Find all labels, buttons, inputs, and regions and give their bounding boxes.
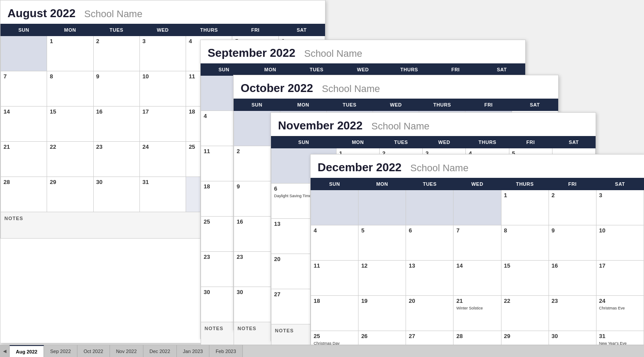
table-row: 3 [139,36,186,71]
aug-col-sun: SUN [1,24,47,36]
table-row: 7 [454,225,501,261]
table-row: 3 [596,190,644,225]
nov-col-mon: MON [336,136,379,148]
table-row: 13 [406,261,454,296]
sep-col-wed: WED [340,64,386,76]
table-row: 24Christmas Eve [596,296,644,331]
table-row: 22 [47,142,93,177]
nov-col-wed: WED [423,136,466,148]
november-title: November 2022 [278,119,362,132]
tab-aug-2022[interactable]: Aug 2022 [10,345,44,357]
tab-jan-2023[interactable]: Jan 2023 [177,345,209,357]
tab-sep-2022[interactable]: Sep 2022 [44,345,77,357]
dec-col-wed: WED [454,178,501,190]
tab-nov-2022[interactable]: Nov 2022 [110,345,143,357]
oct-col-tue: TUES [326,99,373,111]
sep-col-mon: MON [247,64,293,76]
dec-col-tue: TUES [406,178,454,190]
nov-col-tue: TUES [380,136,423,148]
october-school: School Name [322,83,380,95]
sep-col-sat: SAT [479,64,525,76]
august-school: School Name [84,8,143,20]
nov-col-fri: FRI [509,136,552,148]
table-row: 10 [139,71,186,107]
table-row: 5 [359,225,406,261]
table-row: 15 [47,107,93,142]
aug-col-fri: FRI [232,24,278,36]
tab-bar: ◀ Aug 2022 Sep 2022 Oct 2022 Nov 2022 De… [0,345,644,357]
tab-prev-button[interactable]: ◀ [0,345,10,357]
oct-col-sun: SUN [234,99,280,111]
table-row: 9 [93,71,139,107]
table-row: 9 [549,225,596,261]
august-title: August 2022 [7,7,76,20]
table-row: 31 [139,177,186,212]
table-row: 22 [501,296,549,331]
december-title: December 2022 [318,161,402,174]
aug-col-wed: WED [139,24,186,36]
table-row: 15 [501,261,549,296]
oct-col-thu: THURS [419,99,465,111]
oct-col-fri: FRI [465,99,512,111]
tab-oct-2022[interactable]: Oct 2022 [77,345,110,357]
aug-col-thu: THURS [186,24,232,36]
aug-col-mon: MON [47,24,93,36]
table-row: 19 [359,296,406,331]
tab-dec-2022[interactable]: Dec 2022 [143,345,177,357]
december-header: December 2022 School Name [311,155,644,178]
table-row: 2 [549,190,596,225]
table-row [454,190,501,225]
table-row: 18 [311,296,359,331]
table-row: 17 [596,261,644,296]
december-grid: SUN MON TUES WED THURS FRI SAT 1 2 [311,178,644,357]
table-row: 17 [139,107,186,142]
table-row: 23 [549,296,596,331]
table-row: 24 [139,142,186,177]
table-row: 4 [311,225,359,261]
table-row [406,190,454,225]
table-row: 10 [596,225,644,261]
sep-col-fri: FRI [432,64,479,76]
table-row: 6 [406,225,454,261]
table-row: 12 [359,261,406,296]
table-row [359,190,406,225]
table-row: 21Winter Solstice [454,296,501,331]
nov-col-thu: THURS [466,136,509,148]
table-row: 16 [549,261,596,296]
nov-col-sun: SUN [271,136,337,148]
table-row: 8 [501,225,549,261]
table-row: 21 [1,142,47,177]
dec-col-sun: SUN [311,178,359,190]
dec-col-sat: SAT [596,178,644,190]
august-header: August 2022 School Name [0,0,325,24]
tab-feb-2023[interactable]: Feb 2023 [209,345,242,357]
table-row: 2 [93,36,139,71]
dec-col-thu: THURS [501,178,549,190]
dec-col-mon: MON [359,178,406,190]
table-row: 29 [47,177,93,212]
table-row: 14 [1,107,47,142]
table-row [1,36,47,71]
table-row: 30 [93,177,139,212]
table-row: 1 [47,36,93,71]
table-row: 8 [47,71,93,107]
table-row: 20 [406,296,454,331]
aug-col-sat: SAT [278,24,325,36]
calendar-december: December 2022 School Name SUN MON TUES W… [310,154,644,354]
nov-col-sat: SAT [552,136,595,148]
september-school: School Name [304,48,362,59]
november-school: School Name [371,121,429,132]
september-header: September 2022 School Name [201,40,525,63]
oct-col-sat: SAT [512,99,558,111]
table-row: 1 [501,190,549,225]
september-title: September 2022 [208,46,295,60]
table-row: 11 [311,261,359,296]
oct-col-wed: WED [373,99,419,111]
october-header: October 2022 School Name [234,75,558,99]
november-header: November 2022 School Name [271,113,596,136]
oct-col-mon: MON [280,99,326,111]
spreadsheet-container: August 2022 School Name SUN MON TUES WED… [0,0,644,357]
sep-col-sun: SUN [201,64,247,76]
table-row: 7 [1,71,47,107]
table-row: 16 [93,107,139,142]
